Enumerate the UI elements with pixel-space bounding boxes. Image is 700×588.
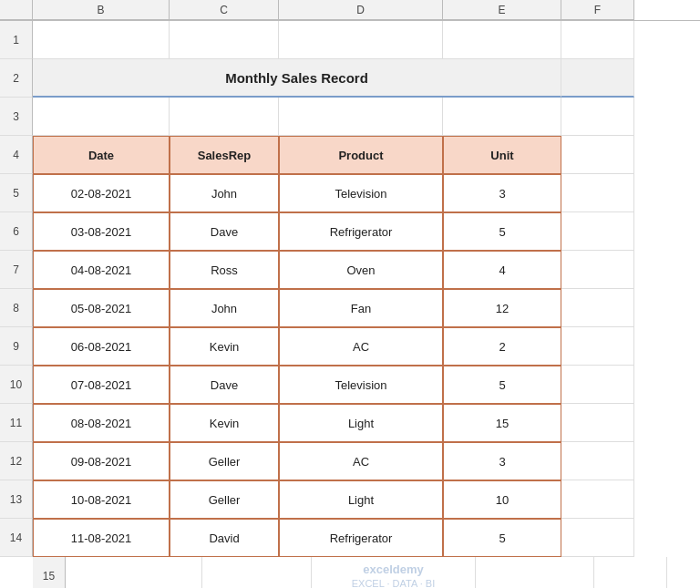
- cell-b9[interactable]: 06-08-2021: [33, 327, 170, 366]
- cell-e4-unit-header[interactable]: Unit: [443, 136, 561, 174]
- col-header-e[interactable]: E: [443, 0, 561, 20]
- cell-f7[interactable]: [561, 251, 634, 289]
- cell-f1[interactable]: [561, 21, 634, 59]
- cell-d13[interactable]: Light: [279, 480, 443, 519]
- cell-c13[interactable]: Geller: [170, 480, 279, 519]
- cell-c7[interactable]: Ross: [170, 251, 279, 289]
- cell-b10[interactable]: 07-08-2021: [33, 366, 170, 404]
- row-num-14: 14: [0, 519, 33, 557]
- cell-b7[interactable]: 04-08-2021: [33, 251, 170, 289]
- cell-e7[interactable]: 4: [443, 251, 561, 289]
- cell-b11[interactable]: 08-08-2021: [33, 404, 170, 442]
- cell-d4-product-header[interactable]: Product: [279, 136, 443, 174]
- cell-c4-salesrep-header[interactable]: SalesRep: [170, 136, 279, 174]
- cell-f4[interactable]: [561, 136, 634, 174]
- corner-header: [0, 0, 33, 20]
- cell-e6[interactable]: 5: [443, 212, 561, 251]
- column-headers: B C D E F: [0, 0, 700, 21]
- cell-c15[interactable]: [202, 557, 312, 588]
- cell-f10[interactable]: [561, 366, 634, 404]
- cell-b15[interactable]: [66, 557, 202, 588]
- row-8: 8 05-08-2021 John Fan 12: [0, 289, 700, 327]
- cell-b3[interactable]: [33, 98, 170, 136]
- cell-e11[interactable]: 15: [443, 404, 561, 442]
- col-header-f[interactable]: F: [561, 0, 634, 20]
- cell-d15[interactable]: exceldemy EXCEL · DATA · BI: [312, 557, 476, 588]
- cell-e14[interactable]: 5: [443, 519, 561, 557]
- cell-b8[interactable]: 05-08-2021: [33, 289, 170, 327]
- cell-e10[interactable]: 5: [443, 366, 561, 404]
- cell-d5[interactable]: Television: [279, 174, 443, 212]
- cell-e8[interactable]: 12: [443, 289, 561, 327]
- cell-f12[interactable]: [561, 442, 634, 480]
- cell-c14[interactable]: David: [170, 519, 279, 557]
- row-num-1: 1: [0, 21, 33, 59]
- cell-e13[interactable]: 10: [443, 480, 561, 519]
- cell-b4-date-header[interactable]: Date: [33, 136, 170, 174]
- cell-c8[interactable]: John: [170, 289, 279, 327]
- cell-d1[interactable]: [279, 21, 443, 59]
- cell-f15[interactable]: [594, 557, 667, 588]
- cell-d7[interactable]: Oven: [279, 251, 443, 289]
- row-11: 11 08-08-2021 Kevin Light 15: [0, 404, 700, 442]
- row-num-6: 6: [0, 212, 33, 251]
- cell-d11[interactable]: Light: [279, 404, 443, 442]
- cell-d3[interactable]: [279, 98, 443, 136]
- cell-c3[interactable]: [170, 98, 279, 136]
- col-header-d[interactable]: D: [279, 0, 443, 20]
- cell-e15[interactable]: [476, 557, 594, 588]
- spreadsheet-title: Monthly Sales Record: [225, 70, 368, 86]
- grid-body: 1 2 Monthly Sales Record 3 4: [0, 21, 700, 588]
- cell-b14[interactable]: 11-08-2021: [33, 519, 170, 557]
- col-header-c[interactable]: C: [170, 0, 279, 20]
- cell-b13[interactable]: 10-08-2021: [33, 480, 170, 519]
- row-5: 5 02-08-2021 John Television 3: [0, 174, 700, 212]
- row-num-5: 5: [0, 174, 33, 212]
- cell-d12[interactable]: AC: [279, 442, 443, 480]
- cell-d8[interactable]: Fan: [279, 289, 443, 327]
- row-num-8: 8: [0, 289, 33, 327]
- cell-e9[interactable]: 2: [443, 327, 561, 366]
- cell-f8[interactable]: [561, 289, 634, 327]
- cell-f14[interactable]: [561, 519, 634, 557]
- cell-f11[interactable]: [561, 404, 634, 442]
- cell-c6[interactable]: Dave: [170, 212, 279, 251]
- watermark-line1: exceldemy: [363, 562, 424, 576]
- row-13: 13 10-08-2021 Geller Light 10: [0, 480, 700, 519]
- cell-f6[interactable]: [561, 212, 634, 251]
- cell-e5[interactable]: 3: [443, 174, 561, 212]
- row-15: 15 exceldemy EXCEL · DATA · BI: [0, 557, 700, 588]
- cell-c1[interactable]: [170, 21, 279, 59]
- row-6: 6 03-08-2021 Dave Refrigerator 5: [0, 212, 700, 251]
- row-num-10: 10: [0, 366, 33, 404]
- cell-e12[interactable]: 3: [443, 442, 561, 480]
- cell-c9[interactable]: Kevin: [170, 327, 279, 366]
- cell-c12[interactable]: Geller: [170, 442, 279, 480]
- cell-b6[interactable]: 03-08-2021: [33, 212, 170, 251]
- cell-d9[interactable]: AC: [279, 327, 443, 366]
- cell-e1[interactable]: [443, 21, 561, 59]
- row-num-7: 7: [0, 251, 33, 289]
- cell-b5[interactable]: 02-08-2021: [33, 174, 170, 212]
- cell-e3[interactable]: [443, 98, 561, 136]
- cell-f2[interactable]: [561, 59, 634, 98]
- cell-c11[interactable]: Kevin: [170, 404, 279, 442]
- cell-d14[interactable]: Refrigerator: [279, 519, 443, 557]
- cell-f13[interactable]: [561, 480, 634, 519]
- cell-c10[interactable]: Dave: [170, 366, 279, 404]
- row-4: 4 Date SalesRep Product Unit: [0, 136, 700, 174]
- row-num-15: 15: [33, 557, 66, 588]
- cell-f3[interactable]: [561, 98, 634, 136]
- row-10: 10 07-08-2021 Dave Television 5: [0, 366, 700, 404]
- cell-b12[interactable]: 09-08-2021: [33, 442, 170, 480]
- cell-f5[interactable]: [561, 174, 634, 212]
- cell-f9[interactable]: [561, 327, 634, 366]
- watermark-line2: EXCEL · DATA · BI: [352, 578, 436, 588]
- cell-d6[interactable]: Refrigerator: [279, 212, 443, 251]
- cell-c5[interactable]: John: [170, 174, 279, 212]
- cell-b2[interactable]: Monthly Sales Record: [33, 59, 561, 98]
- col-header-b[interactable]: B: [33, 0, 170, 20]
- cell-d10[interactable]: Television: [279, 366, 443, 404]
- row-9: 9 06-08-2021 Kevin AC 2: [0, 327, 700, 366]
- cell-b1[interactable]: [33, 21, 170, 59]
